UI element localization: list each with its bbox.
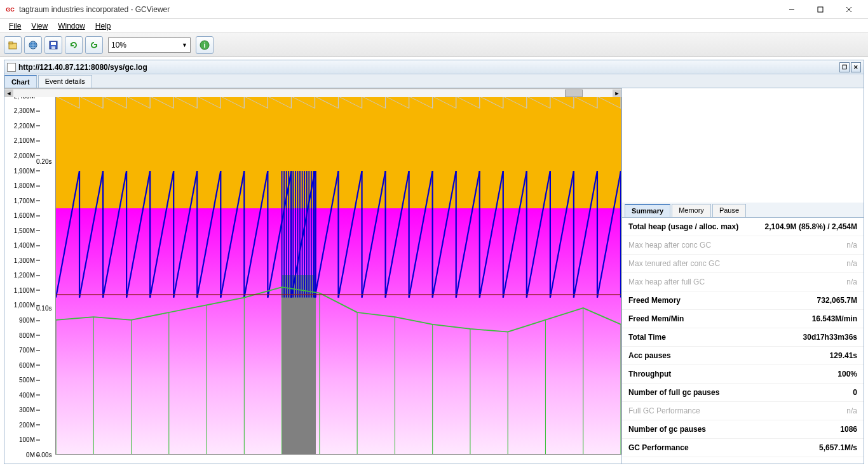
- zoom-value: 10%: [111, 41, 126, 50]
- summary-row: Freed Mem/Min16.543M/min: [622, 310, 864, 328]
- svg-line-48: [480, 97, 503, 109]
- summary-value: n/a: [846, 406, 857, 415]
- tab-event-details[interactable]: Event details: [38, 75, 92, 88]
- doc-restore-button[interactable]: ❐: [839, 62, 850, 72]
- summary-row: Max heap after full GCn/a: [622, 273, 864, 291]
- maximize-button[interactable]: [806, 1, 834, 18]
- svg-line-76: [244, 171, 268, 297]
- y-tick: 1,700M: [14, 197, 35, 204]
- svg-rect-5: [9, 42, 13, 44]
- svg-text:i: i: [203, 41, 205, 49]
- chart-plot[interactable]: 15-10-16 12:00:0015-10-16 17:00:0015-10-…: [55, 88, 621, 455]
- svg-line-84: [339, 171, 362, 297]
- save-button[interactable]: [44, 36, 62, 54]
- svg-line-68: [150, 171, 173, 297]
- summary-value: n/a: [846, 241, 857, 250]
- svg-line-78: [268, 171, 291, 297]
- summary-value: 732,065.7M: [817, 296, 857, 305]
- y-tick: 2,200M: [14, 122, 35, 129]
- svg-line-26: [220, 97, 244, 109]
- tab-summary[interactable]: Summary: [625, 204, 670, 217]
- summary-table: Total heap (usage / alloc. max)2,104.9M …: [622, 218, 864, 464]
- summary-label: Number of gc pauses: [628, 425, 706, 434]
- svg-line-16: [103, 97, 126, 109]
- chart-area[interactable]: 0M100M200M300M400M500M600M700M800M900M1,…: [4, 88, 621, 464]
- window-title: tagtraum industries incorporated - GCVie…: [19, 5, 777, 14]
- summary-row: Freed Memory732,065.7M: [622, 291, 864, 310]
- svg-line-36: [339, 97, 362, 109]
- svg-line-52: [527, 97, 550, 109]
- y-tick: 1,800M: [14, 182, 35, 189]
- y-axis-pause: 0.00s0.10s0.20s: [36, 88, 55, 455]
- summary-label: GC Performance: [628, 443, 689, 452]
- summary-value: n/a: [846, 277, 857, 286]
- doc-close-button[interactable]: ✕: [851, 62, 861, 72]
- scroll-right-button[interactable]: ►: [613, 90, 621, 97]
- svg-line-58: [597, 97, 621, 109]
- summary-label: Max tenured after conc GC: [628, 259, 720, 268]
- svg-line-50: [503, 97, 527, 109]
- svg-line-44: [433, 97, 456, 109]
- menu-file[interactable]: File: [4, 20, 26, 32]
- svg-line-62: [79, 171, 103, 297]
- y-tick: 1,200M: [14, 272, 35, 279]
- menu-help[interactable]: Help: [90, 20, 116, 32]
- open-url-button[interactable]: [24, 36, 42, 54]
- svg-line-90: [409, 171, 433, 297]
- svg-line-94: [456, 171, 480, 297]
- y-axis-memory: 0M100M200M300M400M500M600M700M800M900M1,…: [4, 88, 36, 455]
- summary-label: Max heap after full GC: [628, 277, 705, 286]
- y2-tick: 0.10s: [36, 305, 51, 312]
- y-tick: 700M: [19, 347, 35, 354]
- svg-line-102: [550, 171, 574, 297]
- summary-row: Acc pauses129.41s: [622, 347, 864, 365]
- summary-row: Throughput100%: [622, 365, 864, 384]
- refresh-button[interactable]: [65, 36, 83, 54]
- minimize-button[interactable]: [777, 1, 806, 18]
- menu-window[interactable]: Window: [53, 20, 90, 32]
- scroll-track[interactable]: [13, 90, 613, 97]
- svg-line-24: [197, 97, 220, 109]
- document-icon: [7, 63, 16, 72]
- y2-tick: 0.00s: [36, 451, 51, 458]
- summary-row: Max tenured after conc GCn/a: [622, 255, 864, 273]
- summary-label: Acc pauses: [628, 351, 671, 360]
- summary-value: 5,657.1M/s: [819, 443, 857, 452]
- y-tick: 2,100M: [14, 137, 35, 144]
- svg-line-100: [527, 171, 550, 297]
- summary-value: 100%: [837, 370, 857, 378]
- summary-value: 1086: [840, 425, 857, 434]
- svg-line-96: [480, 171, 503, 297]
- dropdown-arrow-icon: ▼: [182, 42, 187, 48]
- y-tick: 200M: [19, 421, 35, 428]
- svg-line-82: [315, 171, 338, 297]
- svg-line-60: [56, 171, 79, 297]
- chart-pane: 0M100M200M300M400M500M600M700M800M900M1,…: [4, 88, 622, 464]
- close-button[interactable]: [834, 1, 863, 18]
- scroll-left-button[interactable]: ◄: [4, 90, 13, 97]
- menu-bar: File View Window Help: [0, 19, 868, 33]
- y-tick: 400M: [19, 391, 35, 398]
- svg-line-34: [315, 97, 338, 109]
- svg-line-32: [291, 97, 315, 109]
- tab-pause[interactable]: Pause: [712, 204, 746, 217]
- scroll-thumb[interactable]: [565, 90, 583, 97]
- tab-memory[interactable]: Memory: [672, 204, 711, 217]
- y-tick: 500M: [19, 377, 35, 384]
- y-tick: 1,600M: [14, 212, 35, 219]
- info-button[interactable]: i: [196, 36, 214, 54]
- document-titlebar: http://121.40.87.121:8080/sys/gc.log ❐ ✕: [4, 60, 864, 74]
- auto-refresh-button[interactable]: [85, 36, 103, 54]
- horizontal-scrollbar[interactable]: ◄ ►: [4, 88, 621, 97]
- open-file-button[interactable]: [4, 36, 22, 54]
- summary-value: 129.41s: [830, 351, 857, 360]
- svg-line-54: [550, 97, 574, 109]
- y-tick: 900M: [19, 317, 35, 324]
- svg-line-28: [244, 97, 268, 109]
- y-tick: 1,500M: [14, 227, 35, 234]
- tab-chart[interactable]: Chart: [4, 75, 37, 88]
- zoom-select[interactable]: 10% ▼: [108, 37, 191, 53]
- y-tick: 1,300M: [14, 257, 35, 264]
- menu-view[interactable]: View: [26, 20, 53, 32]
- svg-line-42: [409, 97, 433, 109]
